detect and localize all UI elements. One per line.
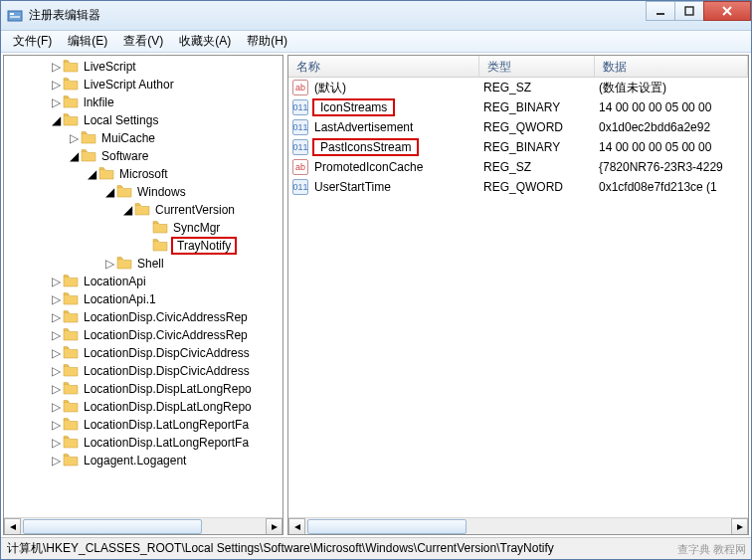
scroll-left-button[interactable]: ◂ xyxy=(288,518,305,535)
value-row[interactable]: 011UserStartTimeREG_QWORD0x1cfd08e7fd213… xyxy=(288,177,748,197)
expand-icon[interactable]: ▷ xyxy=(50,418,62,432)
folder-icon xyxy=(115,256,135,273)
expand-icon[interactable]: ▷ xyxy=(50,95,62,109)
tree-item[interactable]: ▷lnkfile xyxy=(6,93,282,111)
tree-item-label: LocationDisp.DispLatLongRepo xyxy=(82,381,254,397)
menu-favorites[interactable]: 收藏夹(A) xyxy=(171,31,239,52)
scroll-track[interactable] xyxy=(21,518,266,535)
expand-icon[interactable]: ▷ xyxy=(50,78,62,92)
value-row[interactable]: 011PastIconsStreamREG_BINARY14 00 00 00 … xyxy=(288,137,748,157)
collapse-icon[interactable]: ◢ xyxy=(121,203,133,217)
folder-icon xyxy=(62,381,82,398)
tree-item[interactable]: ▷LocationDisp.DispCivicAddress xyxy=(6,362,282,380)
tree-item[interactable]: ▷LocationApi xyxy=(6,273,282,290)
expand-icon[interactable]: ▷ xyxy=(50,364,62,378)
folder-icon xyxy=(80,148,99,165)
folder-icon xyxy=(62,77,82,93)
menu-help[interactable]: 帮助(H) xyxy=(239,31,295,52)
scroll-thumb[interactable] xyxy=(23,519,202,534)
tree-item[interactable]: ▷LiveScript Author xyxy=(6,76,282,93)
expand-icon[interactable]: ▷ xyxy=(50,400,62,414)
tree-item[interactable]: ▷Shell xyxy=(6,255,282,273)
expand-icon[interactable]: ▷ xyxy=(50,454,62,467)
column-headers: 名称 类型 数据 xyxy=(288,56,748,78)
value-row[interactable]: 011LastAdvertisementREG_QWORD0x1d0ec2bdd… xyxy=(288,117,748,137)
expand-icon[interactable]: ▷ xyxy=(50,275,62,288)
tree-item[interactable]: ▷MuiCache xyxy=(6,129,282,147)
folder-icon xyxy=(62,363,82,380)
status-bar: 计算机\HKEY_CLASSES_ROOT\Local Settings\Sof… xyxy=(1,537,751,559)
maximize-button[interactable] xyxy=(674,1,704,21)
tree-item[interactable]: ◢Software xyxy=(6,147,282,165)
expand-icon[interactable]: ▷ xyxy=(50,382,62,396)
tree-item[interactable]: ▷LocationDisp.DispLatLongRepo xyxy=(6,380,282,398)
expand-icon[interactable]: ▷ xyxy=(50,292,62,306)
folder-icon xyxy=(62,453,82,469)
collapse-icon[interactable]: ◢ xyxy=(50,113,62,127)
expand-icon[interactable]: ▷ xyxy=(50,328,62,342)
menu-bar: 文件(F) 编辑(E) 查看(V) 收藏夹(A) 帮助(H) xyxy=(1,31,751,53)
tree-item-label: LiveScript Author xyxy=(82,77,176,93)
tree-item-label: Windows xyxy=(135,184,188,200)
list-hscrollbar[interactable]: ◂ ▸ xyxy=(288,517,748,534)
folder-icon xyxy=(62,59,82,76)
tree-item[interactable]: ▷Logagent.Logagent xyxy=(6,452,282,469)
value-list[interactable]: ab(默认)REG_SZ(数值未设置)011IconStreamsREG_BIN… xyxy=(288,78,748,517)
tree-item[interactable]: ▷LocationDisp.LatLongReportFa xyxy=(6,416,282,434)
expand-icon[interactable]: ▷ xyxy=(50,436,62,450)
tree-item[interactable]: ▷LiveScript xyxy=(6,58,282,76)
value-name: LastAdvertisement xyxy=(312,119,415,135)
tree-item-label: LiveScript xyxy=(82,59,138,75)
scroll-track[interactable] xyxy=(305,518,731,535)
value-row[interactable]: 011IconStreamsREG_BINARY14 00 00 00 05 0… xyxy=(288,97,748,117)
tree-item[interactable]: ◢Microsoft xyxy=(6,165,282,183)
key-tree[interactable]: ▷LiveScript▷LiveScript Author▷lnkfile◢Lo… xyxy=(4,56,282,517)
titlebar[interactable]: 注册表编辑器 xyxy=(1,1,751,31)
collapse-icon[interactable]: ◢ xyxy=(86,167,97,181)
column-data[interactable]: 数据 xyxy=(595,56,748,77)
menu-view[interactable]: 查看(V) xyxy=(115,31,171,52)
tree-item[interactable]: ◢Local Settings xyxy=(6,111,282,129)
tree-hscrollbar[interactable]: ◂ ▸ xyxy=(4,517,282,534)
expand-icon[interactable]: ▷ xyxy=(50,346,62,360)
menu-edit[interactable]: 编辑(E) xyxy=(60,31,115,52)
scroll-right-button[interactable]: ▸ xyxy=(266,518,282,535)
tree-item[interactable]: ▷LocationDisp.CivicAddressRep xyxy=(6,308,282,326)
menu-file[interactable]: 文件(F) xyxy=(5,31,60,52)
tree-item[interactable]: ◢Windows xyxy=(6,183,282,201)
value-data: 0x1d0ec2bdd6a2e92 xyxy=(595,120,748,134)
minimize-button[interactable] xyxy=(646,1,675,21)
tree-item[interactable]: ▷LocationDisp.LatLongReportFa xyxy=(6,434,282,452)
tree-item-label: LocationDisp.LatLongReportFa xyxy=(82,417,251,433)
svg-rect-4 xyxy=(685,7,693,15)
column-name[interactable]: 名称 xyxy=(288,56,479,77)
string-value-icon: ab xyxy=(292,80,308,95)
tree-item[interactable]: ▷LocationDisp.DispLatLongRepo xyxy=(6,398,282,416)
expand-icon[interactable]: ▷ xyxy=(103,257,115,271)
value-name: UserStartTime xyxy=(312,179,393,195)
tree-item[interactable]: SyncMgr xyxy=(6,219,282,237)
column-type[interactable]: 类型 xyxy=(479,56,595,77)
tree-item[interactable]: ▷LocationDisp.DispCivicAddress xyxy=(6,344,282,362)
tree-item-label: SyncMgr xyxy=(171,220,222,236)
close-button[interactable] xyxy=(703,1,751,21)
scroll-thumb[interactable] xyxy=(307,519,467,534)
scroll-left-button[interactable]: ◂ xyxy=(4,518,21,535)
window-buttons xyxy=(647,1,751,21)
expand-icon[interactable]: ▷ xyxy=(68,131,80,145)
value-name: PromotedIconCache xyxy=(312,159,425,175)
tree-item[interactable]: ▷LocationDisp.CivicAddressRep xyxy=(6,326,282,344)
collapse-icon[interactable]: ◢ xyxy=(103,185,115,199)
svg-rect-2 xyxy=(10,16,20,18)
expand-icon[interactable]: ▷ xyxy=(50,60,62,74)
value-row[interactable]: ab(默认)REG_SZ(数值未设置) xyxy=(288,78,748,97)
collapse-icon[interactable]: ◢ xyxy=(68,149,80,163)
tree-item[interactable]: TrayNotify xyxy=(6,237,282,255)
tree-item[interactable]: ◢CurrentVersion xyxy=(6,201,282,219)
scroll-right-button[interactable]: ▸ xyxy=(731,518,748,535)
tree-item[interactable]: ▷LocationApi.1 xyxy=(6,290,282,308)
status-path: 计算机\HKEY_CLASSES_ROOT\Local Settings\Sof… xyxy=(7,540,554,557)
expand-icon[interactable]: ▷ xyxy=(50,310,62,324)
binary-value-icon: 011 xyxy=(292,99,308,115)
value-row[interactable]: abPromotedIconCacheREG_SZ{7820NR76-23R3-… xyxy=(288,157,748,177)
